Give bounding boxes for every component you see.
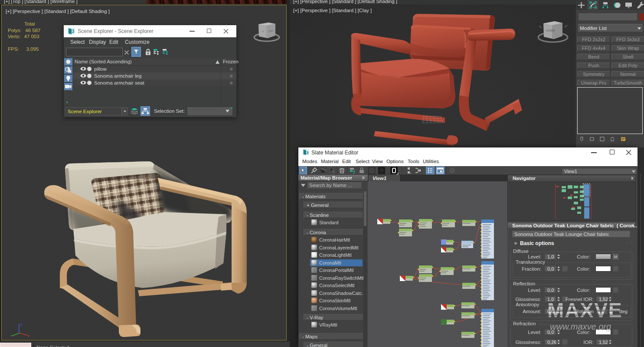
svg-text:.lt: .lt — [262, 30, 264, 33]
svg-text:3: 3 — [306, 150, 309, 155]
svg-text:HOME: HOME — [546, 29, 555, 32]
svg-text:z: z — [20, 323, 22, 326]
svg-text:3: 3 — [72, 29, 75, 34]
svg-text:|ight: |ight — [268, 29, 274, 32]
